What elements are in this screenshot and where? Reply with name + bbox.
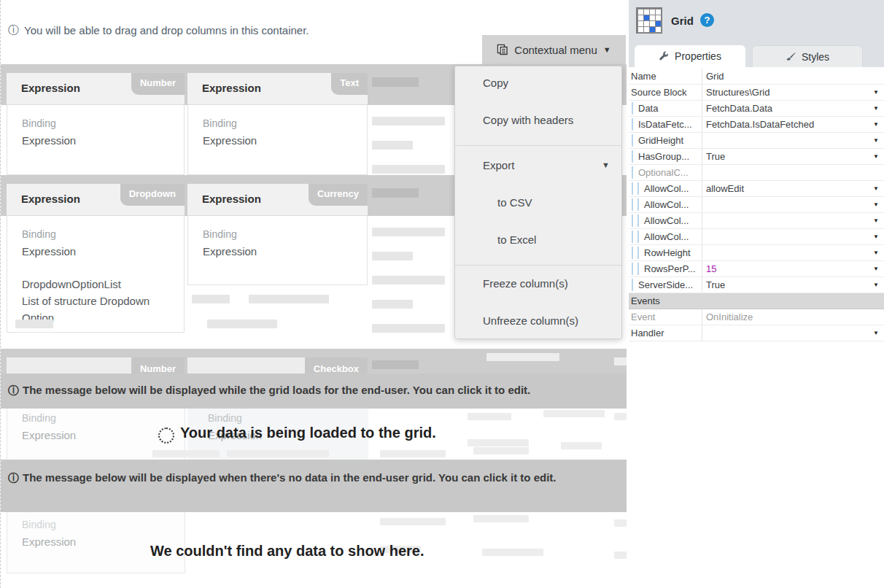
menu-item-copy-with-headers[interactable]: Copy with headers	[483, 114, 573, 126]
dropdown-arrow-icon[interactable]: ▼	[873, 266, 879, 272]
tab-styles[interactable]: Styles	[752, 45, 863, 67]
menu-item-unfreeze-columns[interactable]: Unfreeze column(s)	[483, 314, 578, 327]
indent-guide	[632, 231, 633, 243]
column-card-number[interactable]: Expression Number	[7, 73, 185, 105]
menu-item-freeze-columns[interactable]: Freeze column(s)	[483, 277, 568, 290]
drag-drop-info-text: You will be able to drag and drop column…	[24, 24, 309, 36]
dropdown-arrow-icon[interactable]: ▼	[873, 217, 879, 224]
property-row-data: Data FetchData.Data▼	[629, 101, 884, 117]
dropdown-arrow-icon[interactable]: ▼	[873, 185, 879, 192]
binding-label: Binding	[203, 226, 367, 243]
property-row-handler: Handler ▼	[629, 325, 884, 341]
info-icon: ⓘ	[8, 23, 19, 37]
column-card-body[interactable]: Binding Expression DropdownOptionList Li…	[7, 216, 185, 333]
property-value-isdatafetched[interactable]: FetchData.IsDataFetched▼	[702, 117, 884, 132]
skeleton-bar	[380, 518, 446, 525]
spacer	[22, 260, 184, 276]
property-value-text: Grid	[706, 71, 724, 82]
indent-guide	[632, 134, 633, 147]
chevron-down-icon: ▼	[602, 160, 610, 169]
indent-guide	[637, 198, 639, 211]
menu-item-to-excel[interactable]: to Excel	[497, 233, 536, 246]
dropdown-arrow-icon[interactable]: ▼	[873, 233, 879, 240]
property-value-text: 15	[706, 263, 716, 274]
column-type-badge: Text	[331, 73, 368, 95]
tab-properties-label: Properties	[675, 50, 721, 62]
skeleton-bar	[482, 549, 543, 556]
help-icon[interactable]: ?	[700, 13, 714, 27]
column-card-body[interactable]: Binding Expression	[187, 216, 368, 285]
skeleton-bar	[15, 320, 53, 328]
indent-guide	[632, 198, 633, 211]
section-header-events: Events	[629, 293, 884, 309]
property-value-source-block[interactable]: Structures\Grid▼	[702, 85, 884, 100]
indent-guide	[632, 263, 633, 275]
property-label: RowHeight	[629, 247, 702, 258]
skeleton-bar	[372, 360, 419, 369]
properties-panel: Grid ? Properties Styles Name Grid Sourc…	[629, 0, 884, 588]
menu-divider	[455, 265, 621, 266]
property-value-handler[interactable]: ▼	[702, 325, 884, 341]
dropdown-arrow-icon[interactable]: ▼	[873, 153, 879, 160]
skeleton-bar	[372, 252, 413, 260]
menu-item-export[interactable]: Export	[483, 159, 514, 171]
dropdown-arrow-icon[interactable]: ▼	[873, 249, 879, 256]
property-value-allowcolumn-2[interactable]: ▼	[702, 197, 884, 212]
property-label: Source Block	[629, 87, 702, 98]
dropdown-arrow-icon[interactable]: ▼	[873, 89, 879, 96]
property-value-serverside[interactable]: True▼	[702, 277, 884, 293]
empty-message[interactable]: We couldn't find any data to show here.	[150, 543, 424, 560]
dropdown-arrow-icon[interactable]: ▼	[873, 282, 879, 288]
binding-label: Binding	[22, 517, 185, 533]
column-card-body[interactable]: Binding Expression	[187, 105, 368, 175]
dropdown-arrow-icon[interactable]: ▼	[873, 137, 879, 144]
property-value-gridheight[interactable]: ▼	[702, 133, 884, 148]
property-value-name[interactable]: Grid	[702, 69, 884, 84]
dropdown-arrow-icon[interactable]: ▼	[873, 105, 879, 112]
column-card-text[interactable]: Expression Text	[187, 73, 368, 105]
wrench-icon	[659, 51, 669, 61]
loading-message[interactable]: Your data is being loaded to the grid.	[180, 425, 436, 441]
menu-item-to-csv[interactable]: to CSV	[497, 196, 532, 209]
contextual-menu-button[interactable]: Contextual menu ▼	[482, 35, 626, 64]
column-card-currency[interactable]: Expression Currency	[187, 184, 368, 216]
property-value-allowcolumn-4[interactable]: ▼	[702, 229, 884, 244]
indent-guide	[632, 102, 633, 115]
column-card-header-clipped[interactable]: Checkbox	[187, 357, 368, 374]
indent-guide	[632, 118, 633, 131]
skeleton-bar	[614, 413, 627, 420]
expression-label[interactable]: Expression	[203, 243, 367, 260]
expression-label[interactable]: Expression	[203, 132, 367, 149]
property-value-allowcolumn-1[interactable]: allowEdit▼	[702, 181, 884, 196]
dropdown-arrow-icon[interactable]: ▼	[873, 201, 879, 208]
expression-label[interactable]: Expression	[22, 132, 184, 149]
skeleton-bar	[473, 515, 529, 522]
property-value-rowsperpage[interactable]: 15▼	[702, 261, 884, 276]
property-value-rowheight[interactable]: ▼	[702, 245, 884, 260]
menu-item-copy[interactable]: Copy	[483, 77, 508, 89]
properties-grid: Name Grid Source Block Structures\Grid▼ …	[629, 69, 884, 341]
indent-guide	[632, 182, 633, 195]
dropdown-option-list-label[interactable]: DropdownOptionList	[22, 276, 184, 293]
column-card-header-clipped[interactable]: Number	[7, 357, 185, 374]
column-card-body[interactable]: Binding Expression	[7, 105, 185, 175]
property-row-optional-configs: OptionalC...	[629, 165, 884, 181]
indent-guide	[637, 263, 639, 275]
column-title: Expression	[21, 193, 80, 205]
property-label: AllowCol...	[629, 183, 702, 194]
property-row-event: Event OnInitialize	[629, 309, 884, 325]
skeleton-bar	[561, 442, 602, 449]
tab-styles-label: Styles	[802, 51, 829, 63]
property-label: ServerSide...	[629, 279, 702, 290]
skeleton-bar	[372, 188, 419, 198]
property-value-allowcolumn-3[interactable]: ▼	[702, 213, 884, 228]
property-value-hasgrouping[interactable]: True▼	[702, 149, 884, 164]
expression-label[interactable]: Expression	[22, 243, 184, 260]
dropdown-arrow-icon[interactable]: ▼	[873, 121, 879, 128]
column-card-dropdown[interactable]: Expression Dropdown	[7, 184, 185, 216]
property-value-data[interactable]: FetchData.Data▼	[702, 101, 884, 116]
dropdown-arrow-icon[interactable]: ▼	[873, 330, 879, 336]
copy-pages-icon	[497, 44, 508, 55]
tab-properties[interactable]: Properties	[635, 45, 745, 67]
property-value-optional-configs	[702, 165, 884, 180]
